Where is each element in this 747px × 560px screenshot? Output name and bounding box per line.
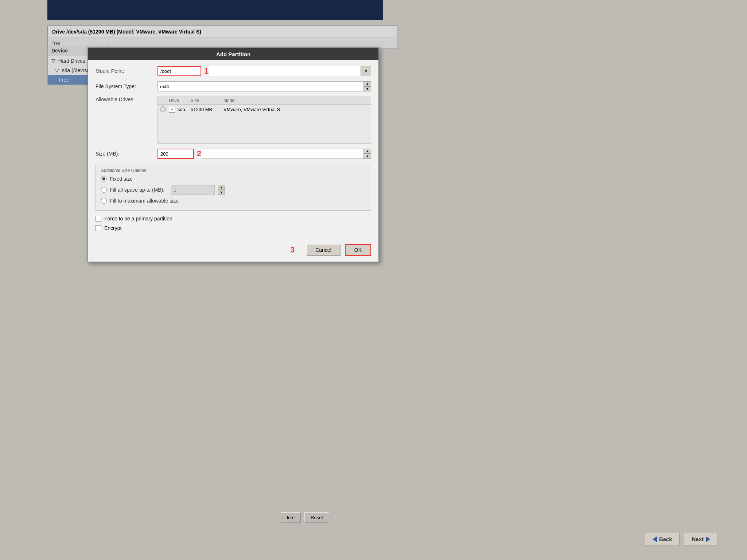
chevron-down-icon: ▼	[364, 69, 368, 73]
mount-point-label: Mount Point:	[96, 68, 157, 74]
model-col: VMware, VMware Virtual S	[223, 107, 369, 112]
filesystem-spinner: ▲ ▼	[364, 81, 371, 91]
filesystem-spinner-up[interactable]: ▲	[364, 81, 371, 86]
fixed-size-radio[interactable]	[101, 176, 107, 182]
drives-table-spacer	[158, 114, 371, 143]
size-spinner: ▲ ▼	[364, 149, 371, 159]
fill-max-label: Fill to maximum allowable size	[110, 198, 179, 204]
bottom-navigation: Back Next	[645, 533, 718, 545]
size-spinner-up[interactable]: ▲	[364, 149, 371, 154]
size-col: 51200 MB	[191, 107, 223, 112]
fill-up-to-spinner: ▲ ▼	[218, 185, 225, 195]
size-label: Size (MB):	[96, 151, 157, 157]
fill-spinner-down[interactable]: ▼	[218, 190, 225, 195]
allowable-drives-control: Drive Size Model ✓ sda	[157, 97, 371, 144]
annotation-3: 3	[290, 245, 295, 255]
fill-spinner-up[interactable]: ▲	[218, 185, 225, 190]
encrypt-label: Encrypt	[104, 225, 121, 231]
mount-point-dropdown-btn[interactable]: ▼	[361, 66, 371, 76]
fixed-size-row: Fixed size	[101, 176, 366, 182]
fill-up-to-row: Fill all space up to (MB): ▲ ▼	[101, 185, 366, 195]
force-primary-label: Force to be a primary partition	[104, 216, 172, 222]
modal-overlay: Add Partition Mount Point: 1 ▼ File Syst…	[0, 0, 747, 560]
force-primary-row: Force to be a primary partition	[96, 216, 371, 222]
dialog-body: Mount Point: 1 ▼ File System Type: ▲	[88, 60, 378, 240]
drive-radio-col	[160, 106, 169, 112]
next-label: Next	[692, 536, 704, 542]
force-primary-checkbox[interactable]	[96, 216, 101, 222]
back-button[interactable]: Back	[645, 533, 680, 545]
allowable-drives-label: Allowable Drives:	[96, 97, 157, 102]
drive-radio-empty	[160, 106, 166, 112]
table-row: ✓ sda 51200 MB VMware, VMware Virtual S	[158, 105, 371, 114]
filesystem-row: File System Type: ▲ ▼	[96, 81, 371, 91]
mount-point-row: Mount Point: 1 ▼	[96, 66, 371, 76]
annotation-1: 1	[204, 66, 209, 76]
additional-size-options: Additional Size Options Fixed size Fill …	[96, 164, 371, 211]
ok-button[interactable]: OK	[345, 244, 371, 256]
col-header-model: Model	[223, 98, 369, 103]
cancel-button[interactable]: Cancel	[306, 244, 341, 256]
encrypt-checkbox[interactable]	[96, 225, 101, 231]
drive-checkbox[interactable]: ✓	[169, 106, 175, 113]
fill-up-to-radio[interactable]	[101, 187, 107, 193]
col-header-drive: Drive	[169, 98, 191, 103]
next-arrow-icon	[706, 536, 710, 542]
encrypt-row: Encrypt	[96, 225, 371, 231]
dialog-title: Add Partition	[88, 48, 378, 60]
filesystem-spinner-down[interactable]: ▼	[364, 86, 371, 91]
back-arrow-icon	[653, 536, 657, 542]
dialog-buttons: 3 Cancel OK	[88, 240, 378, 262]
size-control: 2 ▲ ▼	[157, 149, 371, 159]
filesystem-input[interactable]	[157, 81, 364, 91]
size-spinner-down[interactable]: ▼	[364, 154, 371, 159]
filesystem-label: File System Type:	[96, 83, 157, 89]
col-header-radio	[160, 98, 169, 103]
drives-table-header: Drive Size Model	[158, 97, 371, 105]
fill-max-radio[interactable]	[101, 198, 107, 204]
allowable-drives-row: Allowable Drives: Drive Size Model	[96, 97, 371, 144]
back-label: Back	[659, 536, 672, 542]
fill-up-to-label: Fill all space up to (MB):	[110, 187, 164, 193]
size-options-title: Additional Size Options	[101, 168, 366, 173]
mount-point-input[interactable]	[157, 66, 201, 76]
mount-point-text-input[interactable]	[209, 66, 361, 76]
add-partition-dialog: Add Partition Mount Point: 1 ▼ File Syst…	[87, 47, 379, 262]
mount-point-control: 1 ▼	[157, 66, 371, 76]
col-header-size: Size	[191, 98, 223, 103]
size-input[interactable]	[157, 149, 194, 159]
next-button[interactable]: Next	[684, 533, 718, 545]
drives-table: Drive Size Model ✓ sda	[157, 97, 371, 144]
radio-dot	[102, 177, 105, 180]
drive-col: ✓ sda	[169, 106, 191, 113]
filesystem-control: ▲ ▼	[157, 81, 371, 91]
fill-max-row: Fill to maximum allowable size	[101, 198, 366, 204]
fill-up-to-input[interactable]	[171, 185, 215, 195]
fixed-size-label: Fixed size	[110, 176, 133, 182]
annotation-2: 2	[197, 149, 201, 158]
size-text-fill[interactable]	[201, 149, 364, 159]
size-row: Size (MB): 2 ▲ ▼	[96, 149, 371, 159]
